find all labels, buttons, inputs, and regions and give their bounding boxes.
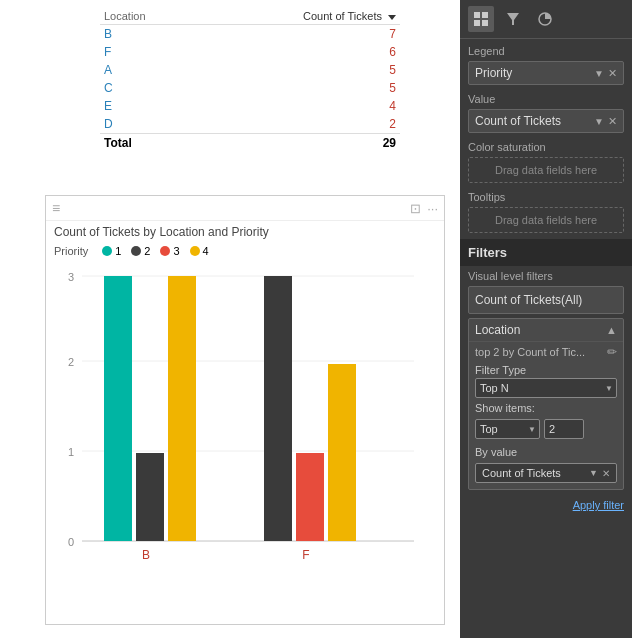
table-cell-location: A <box>100 61 199 79</box>
by-value-row[interactable]: Count of Tickets ▼ ✕ <box>475 463 617 483</box>
table-cell-count: 5 <box>199 61 400 79</box>
legend-text-2: 2 <box>144 245 150 257</box>
by-value-label: By value <box>475 442 617 460</box>
table-row: E4 <box>100 97 400 115</box>
table-total-count: 29 <box>199 134 400 153</box>
table-cell-location: F <box>100 43 199 61</box>
by-value-close-icon[interactable]: ✕ <box>602 468 610 479</box>
filter-location-chevron-icon[interactable]: ▲ <box>606 324 617 336</box>
table-row: A5 <box>100 61 400 79</box>
svg-text:1: 1 <box>68 446 74 458</box>
table-cell-location: E <box>100 97 199 115</box>
chart-svg-wrapper: 3 2 1 0 <box>46 261 444 584</box>
table-total-row: Total29 <box>100 134 400 153</box>
filter-edit-icon[interactable]: ✏ <box>607 345 617 359</box>
svg-rect-14 <box>482 20 488 26</box>
value-close-icon[interactable]: ✕ <box>608 115 617 128</box>
chart-header: ≡ ⊡ ··· <box>46 196 444 221</box>
filter-location-title: Location <box>475 323 520 337</box>
bar-B-4 <box>168 276 196 541</box>
legend-item-2: 2 <box>131 245 150 257</box>
visual-level-filters-label: Visual level filters <box>460 266 632 284</box>
filter-top-description: top 2 by Count of Tic... <box>475 344 585 360</box>
svg-text:3: 3 <box>68 271 74 283</box>
legend-dot-3 <box>160 246 170 256</box>
apply-filter-section: Apply filter <box>460 492 632 518</box>
svg-text:0: 0 <box>68 536 74 548</box>
table-cell-count: 6 <box>199 43 400 61</box>
table-row: B7 <box>100 25 400 44</box>
legend-field-row[interactable]: Priority ▼ ✕ <box>468 61 624 85</box>
svg-rect-12 <box>482 12 488 18</box>
table-cell-count: 7 <box>199 25 400 44</box>
table-cell-count: 5 <box>199 79 400 97</box>
svg-text:2: 2 <box>68 356 74 368</box>
table-total-label: Total <box>100 134 199 153</box>
chart-container: ≡ ⊡ ··· Count of Tickets by Location and… <box>45 195 445 625</box>
apply-filter-button[interactable]: Apply filter <box>573 499 624 511</box>
col-location-header[interactable]: Location <box>100 8 199 25</box>
table-cell-location: D <box>100 115 199 134</box>
by-value-chevron-icon[interactable]: ▼ <box>589 468 598 478</box>
chart-header-icons: ⊡ ··· <box>410 201 438 216</box>
show-direction-select-wrapper[interactable]: Top Bottom <box>475 419 540 439</box>
tooltips-drag-area: Drag data fields here <box>468 207 624 233</box>
legend-dot-2 <box>131 246 141 256</box>
filter-type-select[interactable]: Top N <box>475 378 617 398</box>
bar-F-4 <box>328 364 356 541</box>
filter-all-title: Count of Tickets(All) <box>475 291 617 309</box>
bar-chart-svg: 3 2 1 0 <box>54 261 424 581</box>
legend-text-1: 1 <box>115 245 121 257</box>
filter-location-block: Location ▲ top 2 by Count of Tic... ✏ Fi… <box>468 318 624 490</box>
table-cell-count: 4 <box>199 97 400 115</box>
legend-item-4: 4 <box>190 245 209 257</box>
legend-field-controls: ▼ ✕ <box>594 67 617 80</box>
bar-F-1 <box>264 276 292 541</box>
legend-item-1: 1 <box>102 245 121 257</box>
bar-B-2 <box>136 453 164 541</box>
chart-expand-icon[interactable]: ⊡ <box>410 201 421 216</box>
filter-location-header-icons: ▲ <box>606 324 617 336</box>
filter-type-select-wrapper[interactable]: Top N <box>475 378 617 398</box>
chart-more-icon[interactable]: ··· <box>427 201 438 216</box>
value-field-row[interactable]: Count of Tickets ▼ ✕ <box>468 109 624 133</box>
value-chevron-icon[interactable]: ▼ <box>594 116 604 127</box>
color-saturation-label: Color saturation <box>460 135 632 155</box>
svg-text:F: F <box>302 548 309 562</box>
legend-label: Priority <box>54 245 88 257</box>
table-row: F6 <box>100 43 400 61</box>
chart-title: Count of Tickets by Location and Priorit… <box>46 221 444 243</box>
panel-icon-analytics[interactable] <box>532 6 558 32</box>
legend-field-text: Priority <box>475 66 512 80</box>
col-count-header[interactable]: Count of Tickets <box>199 8 400 25</box>
filter-location-header[interactable]: Location ▲ <box>469 319 623 341</box>
bar-F-3 <box>296 453 324 541</box>
tooltips-label: Tooltips <box>460 185 632 205</box>
show-count-input[interactable] <box>544 419 584 439</box>
panel-icon-table[interactable] <box>468 6 494 32</box>
legend-text-3: 3 <box>173 245 179 257</box>
value-section-label: Value <box>460 87 632 107</box>
by-value-field-text: Count of Tickets <box>482 467 561 479</box>
show-items-row: Top Bottom <box>475 419 617 439</box>
legend-chevron-icon[interactable]: ▼ <box>594 68 604 79</box>
filters-header: Filters <box>460 239 632 266</box>
table-row: D2 <box>100 115 400 134</box>
filter-all-block[interactable]: Count of Tickets(All) <box>468 286 624 314</box>
left-panel: Location Count of Tickets B7F6A5C5E4D2To… <box>0 0 460 638</box>
panel-icons <box>460 0 632 39</box>
table-cell-location: B <box>100 25 199 44</box>
legend-close-icon[interactable]: ✕ <box>608 67 617 80</box>
chart-menu-icon[interactable]: ≡ <box>52 200 60 216</box>
svg-text:B: B <box>142 548 150 562</box>
show-direction-select[interactable]: Top Bottom <box>475 419 540 439</box>
table-cell-location: C <box>100 79 199 97</box>
table-row: C5 <box>100 79 400 97</box>
svg-marker-15 <box>507 13 519 25</box>
chart-legend: Priority 1 2 3 4 <box>46 243 444 261</box>
legend-item-3: 3 <box>160 245 179 257</box>
filter-location-body: top 2 by Count of Tic... ✏ Filter Type T… <box>469 341 623 489</box>
panel-icon-funnel[interactable] <box>500 6 526 32</box>
svg-rect-11 <box>474 12 480 18</box>
legend-dot-4 <box>190 246 200 256</box>
